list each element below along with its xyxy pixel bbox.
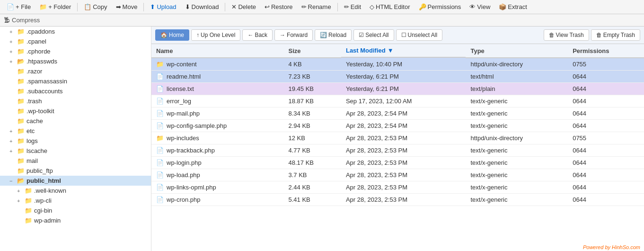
move-button[interactable]: ➡ Move <box>112 2 141 11</box>
html-editor-button[interactable]: ◇ HTML Editor <box>366 2 414 11</box>
sidebar-item-public-html[interactable]: − 📂 public_html <box>0 176 151 186</box>
up-one-level-button[interactable]: ↑ Up One Level <box>191 29 240 41</box>
sidebar-item-wp-cli[interactable]: + 📁 .wp-cli <box>0 196 151 206</box>
sidebar-item-razor[interactable]: 📁 .razor <box>0 66 151 76</box>
folder-icon: 📁 <box>156 134 164 142</box>
folder-icon: 📁 <box>25 197 32 204</box>
sidebar-item-cpaddons[interactable]: + 📁 .cpaddons <box>0 27 151 36</box>
col-permissions[interactable]: Permissions <box>568 44 644 58</box>
expand-icon: + <box>9 148 15 154</box>
edit-button[interactable]: ✏ Edit <box>340 2 365 11</box>
sidebar-item-wp-admin[interactable]: 📁 wp-admin <box>0 215 151 225</box>
sidebar-item-cgi-bin[interactable]: 📁 cgi-bin <box>0 206 151 215</box>
table-row[interactable]: 📄wp-mail.php8.34 KBApr 28, 2023, 2:54 PM… <box>151 108 644 120</box>
table-row[interactable]: 📄wp-load.php3.7 KBApr 28, 2023, 2:53 PMt… <box>151 169 644 181</box>
sidebar-item-etc[interactable]: + 📁 etc <box>0 126 151 136</box>
sidebar-item-cphorde[interactable]: + 📁 .cphorde <box>0 46 151 56</box>
table-row[interactable]: 📄wp-login.php48.17 KBApr 28, 2023, 2:53 … <box>151 157 644 169</box>
file-name-cell: 📄wp-load.php <box>156 171 279 179</box>
file-dark-icon: 📄 <box>156 184 164 191</box>
folder-icon: 📁 <box>17 167 25 174</box>
sidebar-item-well-known[interactable]: + 📁 .well-known <box>0 186 151 196</box>
file-dark-icon: 📄 <box>156 122 164 129</box>
file-dark-icon: 📄 <box>156 171 164 179</box>
folder-icon: 📁 <box>17 78 25 85</box>
file-dark-icon: 📄 <box>156 110 164 117</box>
col-name[interactable]: Name <box>151 44 284 58</box>
sidebar-item-trash[interactable]: 📁 .trash <box>0 96 151 106</box>
folder-icon: 📁 <box>17 157 25 164</box>
rename-button[interactable]: ✏ Rename <box>298 2 335 11</box>
table-row[interactable]: 📄wp-config-sample.php2.94 KBApr 28, 2023… <box>151 120 644 132</box>
col-size[interactable]: Size <box>284 44 341 58</box>
table-row[interactable]: 📁wp-includes12 KBApr 28, 2023, 2:53 PMht… <box>151 132 644 144</box>
empty-trash-icon: 🗑 <box>596 32 602 38</box>
sidebar-item-subaccounts[interactable]: 📁 .subaccounts <box>0 86 151 96</box>
sidebar-item-public-ftp[interactable]: 📁 public_ftp <box>0 166 151 176</box>
view-trash-button[interactable]: 🗑 View Trash <box>544 29 589 41</box>
sep3 <box>225 3 225 11</box>
back-button[interactable]: ← Back <box>242 29 273 41</box>
expand-icon: + <box>17 188 23 194</box>
restore-icon: ↩ <box>265 3 270 10</box>
delete-icon: ✕ <box>231 3 237 10</box>
expand-icon: + <box>9 49 15 54</box>
download-button[interactable]: ⬇ Download <box>181 2 223 11</box>
upload-button[interactable]: ⬆ Upload <box>146 2 180 11</box>
table-row[interactable]: 📁wp-content4 KBYesterday, 10:40 PMhttpd/… <box>151 58 644 71</box>
view-button[interactable]: 👁 View <box>466 2 494 11</box>
file-table-wrap: Name Size Last Modified▼ Type Permission… <box>151 44 644 251</box>
folder-icon: 📁 <box>17 48 25 55</box>
sidebar-item-spamassassin[interactable]: 📁 .spamassassin <box>0 76 151 86</box>
forward-button[interactable]: → Forward <box>274 29 313 41</box>
file-name-cell: 📁wp-content <box>156 61 279 68</box>
table-row[interactable]: 📄wp-cron.php5.41 KBApr 28, 2023, 2:53 PM… <box>151 194 644 206</box>
sidebar-item-logs[interactable]: + 📁 logs <box>0 136 151 146</box>
table-row[interactable]: 📄license.txt19.45 KBYesterday, 6:21 PMte… <box>151 83 644 95</box>
table-row[interactable]: 📄error_log18.87 KBSep 17, 2023, 12:00 AM… <box>151 95 644 108</box>
sort-desc-icon: ▼ <box>388 47 394 54</box>
extract-button[interactable]: 📦 Extract <box>495 2 530 11</box>
select-all-button[interactable]: ☑ Select All <box>353 29 394 41</box>
col-type[interactable]: Type <box>466 44 568 58</box>
sidebar-item-wp-toolkit[interactable]: 📁 .wp-toolkit <box>0 106 151 116</box>
empty-trash-button[interactable]: 🗑 Empty Trash <box>591 29 640 41</box>
table-row[interactable]: 📄wp-links-opml.php2.44 KBApr 28, 2023, 2… <box>151 181 644 194</box>
expand-icon: + <box>9 39 15 45</box>
table-row[interactable]: 📄readme.html7.23 KBYesterday, 6:21 PMtex… <box>151 71 644 83</box>
file-name-cell: 📄license.txt <box>156 85 279 92</box>
folder-icon: 📁 <box>17 137 25 144</box>
file-name-cell: 📄wp-trackback.php <box>156 147 279 154</box>
permissions-button[interactable]: 🔑 Permissions <box>415 2 465 11</box>
file-name-cell: 📄wp-links-opml.php <box>156 184 279 191</box>
sidebar-item-mail[interactable]: 📁 mail <box>0 156 151 166</box>
new-folder-button[interactable]: 📁 + Folder <box>35 2 75 11</box>
home-button[interactable]: 🏠 Home <box>155 29 189 41</box>
folder-icon: 📁 <box>17 147 25 154</box>
col-modified[interactable]: Last Modified▼ <box>341 44 466 58</box>
file-dark-icon: 📄 <box>156 85 164 92</box>
folder-icon: 📁 <box>156 61 164 68</box>
folder-icon: 📁 <box>17 108 25 115</box>
restore-button[interactable]: ↩ Restore <box>261 2 297 11</box>
folder-icon: 📁 <box>17 68 25 75</box>
folder-icon: 📁 <box>25 207 32 214</box>
delete-button[interactable]: ✕ Delete <box>228 2 260 11</box>
sidebar-item-htpasswds[interactable]: + 📂 .htpasswds <box>0 56 151 66</box>
expand-icon: + <box>9 29 15 35</box>
sidebar-item-cache[interactable]: 📁 cache <box>0 116 151 126</box>
expand-icon: + <box>9 59 15 64</box>
new-file-button[interactable]: 📄 + File <box>3 2 35 11</box>
rename-icon: ✏ <box>301 3 307 10</box>
reload-button[interactable]: 🔄 Reload <box>315 29 352 41</box>
sidebar-item-lscache[interactable]: + 📁 lscache <box>0 146 151 156</box>
unselect-all-button[interactable]: ☐ Unselect All <box>396 29 443 41</box>
sidebar-item-cpanel[interactable]: + 📁 .cpanel <box>0 36 151 46</box>
file-dark-icon: 📄 <box>156 147 164 154</box>
table-row[interactable]: 📄wp-trackback.php4.77 KBApr 28, 2023, 2:… <box>151 144 644 157</box>
select-all-icon: ☑ <box>359 32 364 38</box>
copy-button[interactable]: 📋 Copy <box>80 2 111 11</box>
sep4 <box>337 3 338 11</box>
file-dark-icon: 📄 <box>156 98 164 105</box>
file-name-cell: 📄wp-cron.php <box>156 196 279 203</box>
